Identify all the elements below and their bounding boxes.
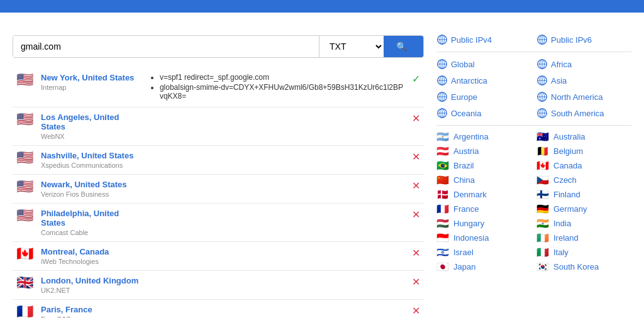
region-link-oceania[interactable]: Oceania [436,106,531,120]
location-cell: Los Angeles, United StatesWebNX [37,107,145,146]
country-link-israel[interactable]: 🇮🇱Israel [436,246,531,258]
country-label: Czech [553,175,577,185]
globe-icon [436,107,448,119]
location-isp: Verizon Fios Business [41,190,141,198]
search-button[interactable]: 🔍 [384,36,423,57]
country-flag-icon: 🇰🇷 [536,262,550,271]
divider2 [436,125,631,126]
status-error-icon: ✕ [412,151,420,162]
result-data-cell [145,107,408,146]
region-label: Europe [451,92,477,102]
domain-input[interactable] [13,36,319,57]
location-name: New York, United States [41,73,141,82]
result-data-cell: v=spf1 redirect=_spf.google.comglobalsig… [145,68,408,107]
country-link-south-korea[interactable]: 🇰🇷South Korea [536,261,631,273]
location-cell: London, United KingdomUK2.NET [37,271,145,300]
status-cell: ✓ [408,68,424,107]
location-name: Newark, United States [41,180,141,189]
result-data-cell [145,204,408,242]
country-flag-icon: 🇫🇷 [436,204,450,214]
country-label: South Korea [553,262,599,271]
flag-cell: 🇺🇸 [13,68,37,107]
region-link-north-america[interactable]: North America [536,90,631,104]
country-link-canada[interactable]: 🇨🇦Canada [536,160,631,172]
country-link-austria[interactable]: 🇦🇹Austria [436,145,531,157]
location-isp: Internap [41,84,141,91]
result-data-cell [145,271,408,300]
country-link-denmark[interactable]: 🇩🇰Denmark [436,189,531,200]
country-label: India [553,219,571,228]
flag-cell: 🇺🇸 [13,175,37,204]
region-link-global[interactable]: Global [436,57,531,71]
status-error-icon: ✕ [412,180,420,191]
country-label: Ireland [553,233,579,243]
country-link-india[interactable]: 🇮🇳India [536,217,631,229]
table-row: 🇬🇧London, United KingdomUK2.NET✕ [13,271,424,300]
country-flag-icon: 🇩🇪 [536,204,550,214]
country-link-finland[interactable]: 🇫🇮Finland [536,189,631,200]
location-isp: iWeb Technologies [41,258,141,265]
country-flag-icon: 🇭🇺 [436,219,450,228]
status-error-icon: ✕ [412,277,420,287]
result-data-cell [145,146,408,175]
region-link-europe[interactable]: Europe [436,90,531,104]
globe-icon [436,75,448,86]
public-ipv6-label: Public IPv6 [551,35,592,45]
region-label: Oceania [451,109,481,118]
country-link-indonesia[interactable]: 🇮🇩Indonesia [436,232,531,244]
region-link-south-america[interactable]: South America [536,106,631,120]
result-data-cell [145,242,408,271]
globe-icon [536,91,548,102]
region-label: Asia [551,76,567,85]
flag-icon: 🇺🇸 [16,150,33,165]
table-row: 🇺🇸New York, United StatesInternapv=spf1 … [13,68,424,107]
flag-cell: 🇺🇸 [13,204,37,242]
flag-cell: 🇺🇸 [13,107,37,146]
public-ipv4-link[interactable]: Public IPv4 [436,33,531,47]
flag-cell: 🇬🇧 [13,271,37,300]
status-cell: ✕ [408,204,424,242]
flag-icon: 🇨🇦 [16,246,33,261]
country-link-japan[interactable]: 🇯🇵Japan [436,261,531,273]
country-link-ireland[interactable]: 🇮🇪Ireland [536,232,631,244]
country-link-argentina[interactable]: 🇦🇷Argentina [436,131,531,143]
country-flag-icon: 🇨🇦 [536,161,550,170]
country-link-hungary[interactable]: 🇭🇺Hungary [436,217,531,229]
country-link-italy[interactable]: 🇮🇹Italy [536,246,631,258]
region-label: North America [551,92,602,102]
region-link-asia[interactable]: Asia [536,74,631,87]
result-data-item: v=spf1 redirect=_spf.google.com [160,73,404,82]
status-cell: ✕ [408,242,424,271]
location-isp: Comcast Cable [41,229,141,236]
flag-icon: 🇺🇸 [16,207,33,223]
country-link-china[interactable]: 🇨🇳China [436,174,531,186]
country-link-australia[interactable]: 🇦🇺Australia [536,131,631,143]
table-row: 🇫🇷Paris, FranceFree SAS✕ [13,300,424,319]
country-link-germany[interactable]: 🇩🇪Germany [536,203,631,215]
record-type-select[interactable]: A AAAA CNAME MX NS SOA SRV TXT CAA DS DN… [319,36,384,57]
location-isp: WebNX [41,133,141,140]
country-link-brazil[interactable]: 🇧🇷Brazil [436,160,531,172]
country-flag-icon: 🇨🇿 [536,175,550,185]
region-link-africa[interactable]: Africa [536,57,631,71]
location-name: Paris, France [41,305,141,314]
location-cell: Newark, United StatesVerizon Fios Busine… [37,175,145,204]
country-link-belgium[interactable]: 🇧🇪Belgium [536,145,631,157]
search-bar: A AAAA CNAME MX NS SOA SRV TXT CAA DS DN… [13,35,424,58]
country-label: Argentina [453,132,489,141]
region-label: South America [551,109,604,118]
country-label: Germany [553,204,587,214]
country-flag-icon: 🇫🇮 [536,190,550,199]
country-link-france[interactable]: 🇫🇷France [436,203,531,215]
country-flag-icon: 🇮🇹 [536,248,550,257]
globe-icon [436,58,448,70]
country-flag-icon: 🇮🇪 [536,233,550,243]
region-link-antarctica[interactable]: Antarctica [436,74,531,87]
location-name: Montreal, Canada [41,247,141,256]
country-flag-icon: 🇯🇵 [436,262,450,271]
country-label: Australia [553,132,586,141]
result-data-cell [145,300,408,319]
public-ipv6-link[interactable]: Public IPv6 [536,33,631,47]
country-link-czech[interactable]: 🇨🇿Czech [536,174,631,186]
region-label: Global [451,60,475,69]
